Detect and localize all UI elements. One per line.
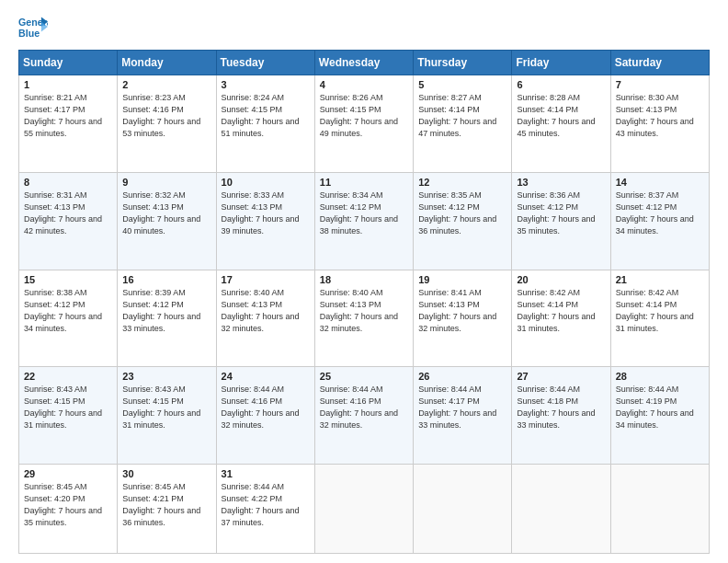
calendar-cell: 1 Sunrise: 8:21 AM Sunset: 4:17 PM Dayli…: [19, 75, 118, 173]
day-number: 25: [320, 371, 408, 382]
day-info: Sunrise: 8:37 AM Sunset: 4:12 PM Dayligh…: [616, 190, 704, 237]
day-info: Sunrise: 8:32 AM Sunset: 4:13 PM Dayligh…: [122, 190, 210, 237]
day-number: 19: [418, 274, 506, 285]
day-info: Sunrise: 8:43 AM Sunset: 4:15 PM Dayligh…: [122, 384, 210, 431]
calendar-cell: 25 Sunrise: 8:44 AM Sunset: 4:16 PM Dayl…: [314, 367, 413, 465]
calendar-cell: 10 Sunrise: 8:33 AM Sunset: 4:13 PM Dayl…: [216, 172, 314, 270]
calendar-cell: [610, 465, 709, 554]
day-number: 2: [122, 79, 210, 90]
calendar-table: SundayMondayTuesdayWednesdayThursdayFrid…: [18, 50, 710, 554]
calendar-cell: 26 Sunrise: 8:44 AM Sunset: 4:17 PM Dayl…: [414, 367, 512, 465]
day-info: Sunrise: 8:44 AM Sunset: 4:16 PM Dayligh…: [320, 384, 408, 431]
calendar-cell: 2 Sunrise: 8:23 AM Sunset: 4:16 PM Dayli…: [118, 75, 216, 173]
calendar-cell: 22 Sunrise: 8:43 AM Sunset: 4:15 PM Dayl…: [19, 367, 118, 465]
calendar-cell: 21 Sunrise: 8:42 AM Sunset: 4:14 PM Dayl…: [610, 270, 709, 367]
day-info: Sunrise: 8:33 AM Sunset: 4:13 PM Dayligh…: [222, 190, 310, 237]
calendar-cell: 11 Sunrise: 8:34 AM Sunset: 4:12 PM Dayl…: [314, 172, 413, 270]
day-number: 30: [122, 468, 210, 479]
day-number: 16: [122, 274, 210, 285]
calendar-week-row: 8 Sunrise: 8:31 AM Sunset: 4:13 PM Dayli…: [19, 172, 710, 270]
day-number: 22: [24, 371, 112, 382]
calendar-cell: 8 Sunrise: 8:31 AM Sunset: 4:13 PM Dayli…: [19, 172, 118, 270]
calendar-cell: 4 Sunrise: 8:26 AM Sunset: 4:15 PM Dayli…: [314, 75, 413, 173]
calendar-cell: 28 Sunrise: 8:44 AM Sunset: 4:19 PM Dayl…: [610, 367, 709, 465]
calendar-week-row: 29 Sunrise: 8:45 AM Sunset: 4:20 PM Dayl…: [19, 465, 710, 554]
calendar-cell: 30 Sunrise: 8:45 AM Sunset: 4:21 PM Dayl…: [118, 465, 216, 554]
day-info: Sunrise: 8:40 AM Sunset: 4:13 PM Dayligh…: [222, 287, 310, 335]
day-number: 23: [122, 371, 210, 382]
calendar-cell: 19 Sunrise: 8:41 AM Sunset: 4:13 PM Dayl…: [414, 270, 512, 367]
calendar-cell: 3 Sunrise: 8:24 AM Sunset: 4:15 PM Dayli…: [216, 75, 314, 173]
day-number: 31: [222, 468, 310, 479]
calendar-cell: 13 Sunrise: 8:36 AM Sunset: 4:12 PM Dayl…: [512, 172, 610, 270]
calendar-cell: 9 Sunrise: 8:32 AM Sunset: 4:13 PM Dayli…: [118, 172, 216, 270]
weekday-header-wednesday: Wednesday: [314, 51, 413, 75]
calendar-cell: 17 Sunrise: 8:40 AM Sunset: 4:13 PM Dayl…: [216, 270, 314, 367]
calendar-cell: 24 Sunrise: 8:44 AM Sunset: 4:16 PM Dayl…: [216, 367, 314, 465]
weekday-header-friday: Friday: [512, 51, 610, 75]
weekday-header-row: SundayMondayTuesdayWednesdayThursdayFrid…: [19, 51, 710, 75]
logo-icon: General Blue: [18, 15, 48, 40]
calendar-cell: 20 Sunrise: 8:42 AM Sunset: 4:14 PM Dayl…: [512, 270, 610, 367]
day-info: Sunrise: 8:44 AM Sunset: 4:16 PM Dayligh…: [222, 384, 310, 431]
day-number: 1: [24, 79, 112, 90]
header: General Blue: [18, 15, 710, 40]
calendar-cell: 29 Sunrise: 8:45 AM Sunset: 4:20 PM Dayl…: [19, 465, 118, 554]
day-number: 26: [418, 371, 506, 382]
weekday-header-tuesday: Tuesday: [216, 51, 314, 75]
day-info: Sunrise: 8:26 AM Sunset: 4:15 PM Dayligh…: [320, 92, 408, 140]
day-number: 28: [616, 371, 704, 382]
calendar-cell: 6 Sunrise: 8:28 AM Sunset: 4:14 PM Dayli…: [512, 75, 610, 173]
day-info: Sunrise: 8:30 AM Sunset: 4:13 PM Dayligh…: [616, 92, 704, 140]
day-info: Sunrise: 8:27 AM Sunset: 4:14 PM Dayligh…: [418, 92, 506, 140]
day-info: Sunrise: 8:42 AM Sunset: 4:14 PM Dayligh…: [616, 287, 704, 335]
day-info: Sunrise: 8:34 AM Sunset: 4:12 PM Dayligh…: [320, 190, 408, 237]
day-info: Sunrise: 8:44 AM Sunset: 4:22 PM Dayligh…: [222, 481, 310, 529]
svg-text:Blue: Blue: [18, 28, 40, 39]
day-number: 7: [616, 79, 704, 90]
calendar-cell: [414, 465, 512, 554]
calendar-week-row: 15 Sunrise: 8:38 AM Sunset: 4:12 PM Dayl…: [19, 270, 710, 367]
day-number: 21: [616, 274, 704, 285]
page: General Blue SundayMondayTuesdayWednesda…: [0, 0, 728, 563]
day-info: Sunrise: 8:40 AM Sunset: 4:13 PM Dayligh…: [320, 287, 408, 335]
calendar-cell: 27 Sunrise: 8:44 AM Sunset: 4:18 PM Dayl…: [512, 367, 610, 465]
calendar-cell: 23 Sunrise: 8:43 AM Sunset: 4:15 PM Dayl…: [118, 367, 216, 465]
calendar-cell: [512, 465, 610, 554]
calendar-week-row: 1 Sunrise: 8:21 AM Sunset: 4:17 PM Dayli…: [19, 75, 710, 173]
day-info: Sunrise: 8:44 AM Sunset: 4:17 PM Dayligh…: [418, 384, 506, 431]
day-info: Sunrise: 8:36 AM Sunset: 4:12 PM Dayligh…: [517, 190, 605, 237]
day-info: Sunrise: 8:43 AM Sunset: 4:15 PM Dayligh…: [24, 384, 112, 431]
calendar-cell: 14 Sunrise: 8:37 AM Sunset: 4:12 PM Dayl…: [610, 172, 709, 270]
calendar-cell: 12 Sunrise: 8:35 AM Sunset: 4:12 PM Dayl…: [414, 172, 512, 270]
weekday-header-thursday: Thursday: [414, 51, 512, 75]
day-number: 10: [222, 177, 310, 188]
weekday-header-sunday: Sunday: [19, 51, 118, 75]
calendar-cell: 5 Sunrise: 8:27 AM Sunset: 4:14 PM Dayli…: [414, 75, 512, 173]
day-number: 5: [418, 79, 506, 90]
day-number: 29: [24, 468, 112, 479]
calendar-cell: 7 Sunrise: 8:30 AM Sunset: 4:13 PM Dayli…: [610, 75, 709, 173]
day-info: Sunrise: 8:35 AM Sunset: 4:12 PM Dayligh…: [418, 190, 506, 237]
day-info: Sunrise: 8:44 AM Sunset: 4:19 PM Dayligh…: [616, 384, 704, 431]
day-number: 9: [122, 177, 210, 188]
calendar-cell: 16 Sunrise: 8:39 AM Sunset: 4:12 PM Dayl…: [118, 270, 216, 367]
day-info: Sunrise: 8:38 AM Sunset: 4:12 PM Dayligh…: [24, 287, 112, 335]
day-number: 20: [517, 274, 605, 285]
day-info: Sunrise: 8:21 AM Sunset: 4:17 PM Dayligh…: [24, 92, 112, 140]
day-info: Sunrise: 8:45 AM Sunset: 4:21 PM Dayligh…: [122, 481, 210, 529]
day-info: Sunrise: 8:45 AM Sunset: 4:20 PM Dayligh…: [24, 481, 112, 529]
calendar-week-row: 22 Sunrise: 8:43 AM Sunset: 4:15 PM Dayl…: [19, 367, 710, 465]
weekday-header-saturday: Saturday: [610, 51, 709, 75]
day-number: 12: [418, 177, 506, 188]
day-info: Sunrise: 8:31 AM Sunset: 4:13 PM Dayligh…: [24, 190, 112, 237]
day-number: 14: [616, 177, 704, 188]
day-info: Sunrise: 8:23 AM Sunset: 4:16 PM Dayligh…: [122, 92, 210, 140]
day-number: 24: [222, 371, 310, 382]
day-info: Sunrise: 8:24 AM Sunset: 4:15 PM Dayligh…: [222, 92, 310, 140]
calendar-cell: 31 Sunrise: 8:44 AM Sunset: 4:22 PM Dayl…: [216, 465, 314, 554]
day-number: 17: [222, 274, 310, 285]
calendar-cell: 18 Sunrise: 8:40 AM Sunset: 4:13 PM Dayl…: [314, 270, 413, 367]
calendar-cell: [314, 465, 413, 554]
day-number: 13: [517, 177, 605, 188]
